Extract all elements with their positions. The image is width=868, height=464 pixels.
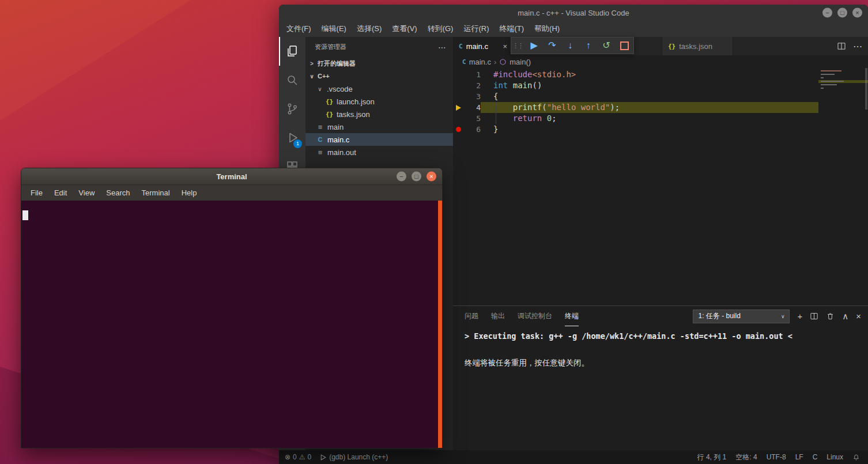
breakpoint-gutter[interactable] — [453, 124, 463, 135]
menu-item-selection[interactable]: 选择(S) — [352, 21, 387, 37]
debug-restart-button[interactable]: ↺ — [597, 37, 615, 54]
breadcrumb-symbol[interactable]: main() — [510, 58, 531, 66]
problems-status[interactable]: ⊗ 0 ⚠ 0 — [285, 453, 311, 461]
tree-item-label: main — [327, 123, 344, 131]
menu-item-terminal[interactable]: 终端(T) — [494, 21, 529, 37]
notifications-bell-icon[interactable] — [852, 454, 860, 461]
debug-launch-status[interactable]: (gdb) Launch (c++) — [319, 453, 388, 461]
menu-item-view[interactable]: 查看(V) — [387, 21, 422, 37]
search-icon[interactable] — [279, 66, 305, 95]
menu-item-edit[interactable]: 编辑(E) — [316, 21, 352, 37]
code-text: } — [481, 124, 818, 135]
maximize-button[interactable]: □ — [837, 8, 847, 18]
breakpoint-gutter[interactable] — [453, 91, 463, 102]
folder-section-cpp[interactable]: ∨ C++ — [305, 70, 453, 82]
vscode-window-controls: − □ × — [822, 8, 862, 18]
panel-tab-debug-console[interactable]: 调试控制台 — [518, 306, 552, 326]
warning-count: 0 — [308, 453, 312, 461]
kill-terminal-icon[interactable] — [826, 312, 835, 320]
breakpoint-icon[interactable] — [456, 127, 461, 132]
code-token: () — [532, 81, 542, 90]
code-editor[interactable]: 1 #include<stdio.h> 2 int main() 3 { — [453, 68, 868, 305]
line-number: 4 — [463, 102, 481, 113]
menu-item-go[interactable]: 转到(G) — [422, 21, 459, 37]
more-actions-icon[interactable]: ⋯ — [853, 41, 862, 52]
menu-item-help[interactable]: 帮助(H) — [529, 21, 565, 37]
tab-main-c[interactable]: C main.c × — [453, 37, 513, 55]
minimize-button[interactable]: − — [822, 8, 832, 18]
panel-tab-terminal[interactable]: 终端 — [565, 306, 579, 326]
panel-tab-output[interactable]: 输出 — [491, 306, 505, 326]
panel-tab-problems[interactable]: 问题 — [465, 306, 478, 326]
breakpoint-gutter[interactable] — [453, 113, 463, 124]
close-button[interactable]: × — [852, 8, 862, 18]
menu-item-view[interactable]: View — [73, 188, 100, 197]
debug-step-over-button[interactable]: ↷ — [543, 37, 561, 54]
code-line-1[interactable]: 1 #include<stdio.h> — [453, 69, 818, 80]
code-line-3[interactable]: 3 { — [453, 91, 818, 102]
terminal-cursor — [22, 210, 28, 220]
os-status[interactable]: Linux — [827, 453, 843, 461]
tab-tasks-json[interactable]: {} tasks.json — [662, 37, 733, 55]
editor-scrollbar[interactable] — [865, 68, 867, 110]
minimap-line — [821, 81, 844, 82]
tree-item-launch-json[interactable]: {} launch.json — [305, 95, 453, 108]
terminal-output[interactable]: > Executing task: g++ -g /home/wk1/c++/m… — [453, 326, 868, 450]
terminal-selector-dropdown[interactable]: 1: 任务 - build ∨ — [693, 310, 790, 323]
more-actions-icon[interactable]: ⋯ — [438, 43, 446, 52]
maximize-panel-icon[interactable]: ∧ — [842, 312, 848, 320]
menu-item-edit[interactable]: Edit — [48, 188, 73, 197]
indentation-status[interactable]: 空格: 4 — [735, 452, 757, 462]
maximize-button[interactable]: □ — [412, 172, 421, 182]
code-line-5[interactable]: 5 return 0; — [453, 113, 818, 124]
terminal-scrollbar[interactable] — [438, 201, 442, 448]
breadcrumb-file[interactable]: main.c — [469, 58, 491, 66]
run-debug-icon[interactable]: 1 — [279, 123, 305, 152]
source-control-icon[interactable] — [279, 95, 305, 123]
breakpoint-gutter[interactable] — [453, 69, 463, 80]
menu-item-help[interactable]: Help — [176, 188, 203, 197]
tab-close-icon[interactable]: × — [503, 42, 507, 51]
tree-item-tasks-json[interactable]: {} tasks.json — [305, 108, 453, 120]
debug-stop-button[interactable] — [616, 42, 633, 50]
code-lines: 1 #include<stdio.h> 2 int main() 3 { — [453, 68, 818, 305]
debug-step-out-button[interactable]: ↑ — [579, 37, 597, 54]
minimize-button[interactable]: − — [397, 172, 406, 182]
eol-status[interactable]: LF — [795, 453, 803, 461]
terminal-output-line: 终端将被任务重用，按任意键关闭。 — [465, 358, 868, 368]
open-editors-section[interactable]: > 打开的编辑器 — [305, 57, 453, 70]
menu-item-file[interactable]: 文件(F) — [281, 21, 316, 37]
menu-item-terminal[interactable]: Terminal — [136, 188, 176, 197]
drag-handle-icon[interactable]: ⋮⋮ — [511, 42, 525, 50]
split-terminal-icon[interactable] — [810, 312, 818, 320]
close-panel-icon[interactable]: × — [856, 312, 861, 320]
vscode-titlebar[interactable]: main.c - c++ - Visual Studio Code − □ × — [279, 5, 868, 21]
debug-current-line-gutter[interactable] — [453, 102, 463, 113]
tab-label: tasks.json — [679, 42, 712, 51]
language-mode-status[interactable]: C — [813, 453, 818, 461]
minimap[interactable] — [818, 68, 868, 305]
code-line-6[interactable]: 6 } — [453, 124, 818, 135]
tree-item-vscode-folder[interactable]: ∨ .vscode — [305, 82, 453, 95]
menu-item-file[interactable]: File — [25, 188, 48, 197]
terminal-titlebar[interactable]: Terminal − □ × — [21, 168, 442, 185]
close-button[interactable]: × — [427, 172, 436, 182]
new-terminal-icon[interactable]: + — [797, 312, 802, 320]
menu-item-search[interactable]: Search — [100, 188, 135, 197]
debug-step-into-button[interactable]: ↓ — [561, 37, 579, 54]
breakpoint-gutter[interactable] — [453, 80, 463, 91]
cursor-position-status[interactable]: 行 4, 列 1 — [697, 452, 727, 462]
tree-item-main-c[interactable]: C main.c — [305, 133, 453, 146]
tree-item-main[interactable]: ≡ main — [305, 120, 453, 133]
explorer-icon[interactable] — [279, 37, 305, 66]
menu-item-run[interactable]: 运行(R) — [458, 21, 494, 37]
breadcrumb-separator: › — [494, 58, 496, 66]
split-editor-icon[interactable] — [837, 42, 846, 51]
chevron-down-icon: ∨ — [308, 73, 316, 80]
tree-item-main-out[interactable]: ≡ main.out — [305, 146, 453, 159]
code-line-4-current[interactable]: 4 printf("hello world"); — [453, 102, 818, 113]
encoding-status[interactable]: UTF-8 — [767, 453, 786, 461]
terminal-content[interactable] — [21, 201, 442, 448]
code-line-2[interactable]: 2 int main() — [453, 80, 818, 91]
debug-continue-button[interactable]: ▶ — [525, 37, 543, 54]
